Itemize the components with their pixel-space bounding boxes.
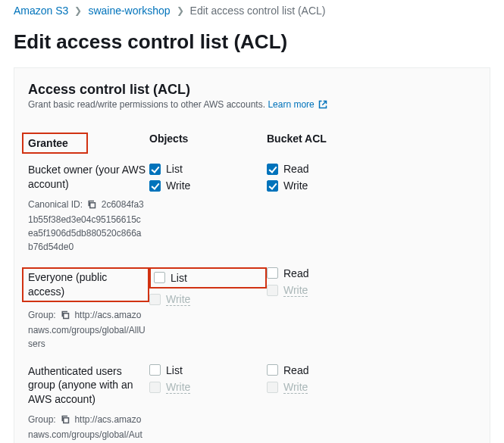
header-bucket-acl: Bucket ACL [267,133,327,149]
chevron-right-icon: ❯ [74,5,82,16]
svg-rect-2 [64,418,69,423]
checkbox-label: Write [166,293,190,306]
checkbox-label: Read [283,364,308,376]
checkbox-label: List [171,272,187,284]
owner-meta: Canonical ID: 2c6084fa31b55f38ed3e04c951… [28,198,146,254]
checkbox-icon [267,164,278,175]
checkbox-label: List [166,163,183,175]
auth-objects-write-checkbox: Write [149,381,267,394]
breadcrumb-current: Edit access control list (ACL) [190,5,326,17]
checkbox-icon [149,164,161,175]
owner-objects-list-checkbox[interactable]: List [149,163,267,175]
panel-desc-text: Grant basic read/write permissions to ot… [28,99,265,110]
owner-acl-read-checkbox[interactable]: Read [267,163,384,175]
checkbox-icon [267,382,278,393]
header-grantee: Grantee [22,133,88,154]
grantee-row-auth: Authenticated users group (anyone with a… [28,364,476,443]
everyone-objects-list-checkbox[interactable]: List [149,267,267,289]
checkbox-icon [267,364,278,376]
checkbox-label: Write [166,381,190,394]
checkbox-label: Write [283,179,308,192]
page-title: Edit access control list (ACL) [0,20,504,67]
copy-icon[interactable] [87,199,96,213]
header-objects: Objects [149,133,188,149]
breadcrumb: Amazon S3 ❯ swaine-workshop ❯ Edit acces… [0,0,504,20]
learn-more-link[interactable]: Learn more [268,99,327,110]
checkbox-icon [267,267,278,279]
group-label: Group: [28,414,56,425]
learn-more-label: Learn more [268,99,314,110]
grantee-row-owner: Bucket owner (your AWS account) Canonica… [28,163,476,254]
checkbox-label: Write [166,179,190,192]
checkbox-icon [149,294,161,305]
checkbox-icon [149,364,161,376]
grantee-name-everyone: Everyone (public access) [22,267,149,302]
acl-panel: Access control list (ACL) Grant basic re… [14,67,490,443]
grantee-name-auth: Authenticated users group (anyone with a… [28,364,149,407]
checkbox-label: Read [283,267,308,279]
everyone-acl-write-checkbox: Write [267,284,384,297]
svg-rect-0 [90,203,95,208]
grantee-name-owner: Bucket owner (your AWS account) [28,163,149,192]
breadcrumb-bucket[interactable]: swaine-workshop [88,5,170,17]
everyone-objects-write-checkbox: Write [149,293,267,306]
owner-objects-write-checkbox[interactable]: Write [149,179,267,192]
panel-description: Grant basic read/write permissions to ot… [28,99,476,111]
checkbox-label: Write [283,381,308,394]
group-label: Group: [28,310,56,320]
checkbox-icon [149,180,161,192]
breadcrumb-root[interactable]: Amazon S3 [14,5,68,17]
copy-icon[interactable] [61,414,70,428]
svg-rect-1 [64,313,69,318]
canonical-id-label: Canonical ID: [28,199,83,210]
column-headers-row: Grantee Objects Bucket ACL [28,133,476,154]
panel-header: Access control list (ACL) Grant basic re… [28,82,476,111]
checkbox-icon [154,272,165,283]
checkbox-label: Write [283,284,308,297]
auth-objects-list-checkbox[interactable]: List [149,364,267,376]
panel-title: Access control list (ACL) [28,82,476,98]
checkbox-label: Read [283,163,308,175]
grantee-row-everyone: Everyone (public access) Group: http://a… [28,267,476,351]
everyone-meta: Group: http://acs.amazonaws.com/groups/g… [28,308,146,351]
checkbox-icon [267,180,278,192]
owner-acl-write-checkbox[interactable]: Write [267,179,384,192]
everyone-acl-read-checkbox[interactable]: Read [267,267,384,279]
copy-icon[interactable] [61,310,70,323]
checkbox-label: List [166,364,183,376]
auth-meta: Group: http://acs.amazonaws.com/groups/g… [28,413,146,443]
checkbox-icon [149,382,161,393]
auth-acl-write-checkbox: Write [267,381,384,394]
checkbox-icon [267,285,278,296]
chevron-right-icon: ❯ [177,5,184,16]
external-link-icon [318,100,327,111]
auth-acl-read-checkbox[interactable]: Read [267,364,384,376]
